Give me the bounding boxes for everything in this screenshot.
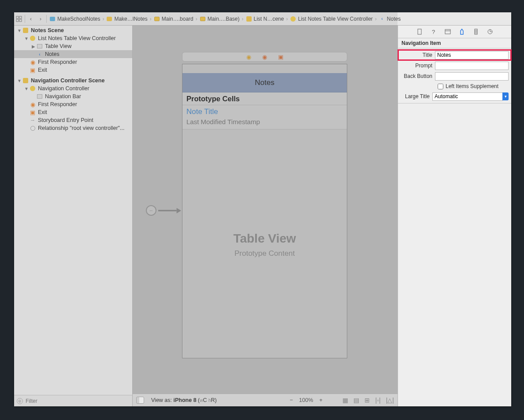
- crumb-storyboard[interactable]: Main….board: [152, 13, 195, 25]
- crumb-label: Main….Base): [208, 16, 240, 22]
- row-label: Navigation Bar: [45, 93, 81, 99]
- supplement-checkbox-row: Left Items Supplement: [398, 81, 511, 91]
- crumb-label: MakeSchoolNotes: [57, 16, 100, 22]
- inspector-section-header: Navigation Item: [398, 38, 511, 48]
- cell-title: Note Title: [186, 107, 343, 116]
- crumb-label: Make…lNotes: [114, 16, 147, 22]
- inspector-tabs: ?: [398, 26, 511, 38]
- exit-row[interactable]: ▣ Exit: [14, 108, 132, 116]
- inspector-body: Title Prompt Back Button Left Items Supp…: [398, 48, 511, 103]
- arrange-icon[interactable]: |△|: [386, 397, 394, 404]
- help-inspector-tab[interactable]: ?: [430, 28, 438, 36]
- zoom-in-button[interactable]: +: [320, 397, 323, 403]
- cell-timestamp: Last Modified Timestamp: [186, 118, 343, 125]
- row-label: Notes: [45, 51, 59, 57]
- first-responder-row[interactable]: ◉ First Responder: [14, 100, 132, 108]
- crumb-base[interactable]: Main….Base): [198, 13, 242, 25]
- related-items-icon[interactable]: [14, 14, 24, 24]
- identity-inspector-tab[interactable]: [444, 28, 452, 36]
- pin-icon[interactable]: ⊞: [364, 397, 370, 404]
- xcode-window: ‹ › MakeSchoolNotes › Make…lNotes › Main…: [14, 12, 511, 406]
- crumb-label: List Notes Table View Controller: [298, 16, 373, 22]
- exit-icon[interactable]: ▣: [278, 54, 284, 60]
- svg-rect-1: [19, 16, 22, 18]
- crumb-project[interactable]: MakeSchoolNotes: [48, 13, 102, 25]
- navbar-row[interactable]: Navigation Bar: [14, 92, 132, 100]
- zoom-level: 100%: [299, 397, 313, 403]
- attributes-inspector-tab[interactable]: [458, 28, 466, 36]
- svg-rect-6: [418, 29, 421, 34]
- filter-input[interactable]: [26, 398, 130, 404]
- first-responder-row[interactable]: ◉ First Responder: [14, 58, 132, 66]
- relationship-row[interactable]: Relationship "root view controller"...: [14, 124, 132, 132]
- title-field-row: Title: [398, 50, 511, 60]
- row-label: Table View: [45, 43, 71, 49]
- scene-row[interactable]: ▼ Notes Scene: [14, 26, 132, 34]
- first-responder-icon[interactable]: ◉: [262, 54, 268, 60]
- resolve-icon[interactable]: |◦|: [375, 397, 380, 404]
- vc-row[interactable]: ▼ List Notes Table View Controller: [14, 34, 132, 42]
- prompt-input[interactable]: [435, 62, 509, 70]
- large-title-label: Large Title: [401, 93, 432, 99]
- back-button-input[interactable]: [435, 72, 509, 81]
- prototype-cell[interactable]: Note Title Last Modified Timestamp: [182, 105, 347, 129]
- svg-rect-7: [445, 29, 450, 34]
- canvas[interactable]: ↔ ◉ ◉ ▣ Notes Prototype Cells Note Title…: [133, 26, 398, 406]
- row-label: Notes Scene: [31, 27, 64, 33]
- large-title-select[interactable]: [432, 92, 503, 101]
- separator: [25, 15, 25, 23]
- supplement-label: Left Items Supplement: [446, 83, 498, 89]
- scene-frame[interactable]: Notes Prototype Cells Note Title Last Mo…: [182, 64, 347, 358]
- canvas-bottom-bar: View as: iPhone 8 (wC hR) − 100% + ▦ ▤ ⊞…: [133, 394, 398, 406]
- prompt-label: Prompt: [401, 63, 435, 69]
- view-as-button[interactable]: View as: iPhone 8 (wC hR): [151, 397, 217, 403]
- inspector-panel: ? Navigation Item Title Prompt: [398, 26, 511, 406]
- nav-back-button[interactable]: ‹: [26, 14, 36, 24]
- outline-tree[interactable]: ▼ Notes Scene ▼ List Notes Table View Co…: [14, 26, 132, 395]
- zoom-out-button[interactable]: −: [290, 397, 293, 403]
- tableview-row[interactable]: ▶ Table View: [14, 42, 132, 50]
- svg-marker-5: [177, 208, 181, 213]
- navigation-bar[interactable]: Notes: [182, 73, 347, 92]
- path-bar: ‹ › MakeSchoolNotes › Make…lNotes › Main…: [14, 12, 511, 26]
- row-label: Navigation Controller: [38, 85, 89, 92]
- status-bar: [182, 64, 347, 73]
- crumb-label: Main….board: [162, 16, 193, 22]
- crumb-scene[interactable]: List N…cene: [244, 13, 286, 25]
- entry-point-row[interactable]: → Storyboard Entry Point: [14, 116, 132, 124]
- proto-header-label: Prototype Cells: [186, 95, 240, 103]
- toggle-outline-button[interactable]: [136, 397, 144, 404]
- nav-forward-button[interactable]: ›: [36, 14, 45, 24]
- connections-inspector-tab[interactable]: [486, 28, 494, 36]
- navcontroller-row[interactable]: ▼ Navigation Controller: [14, 85, 132, 92]
- exit-row[interactable]: ▣ Exit: [14, 66, 132, 74]
- vc-icon[interactable]: ◉: [246, 54, 252, 60]
- separator: [46, 15, 47, 23]
- file-inspector-tab[interactable]: [416, 28, 424, 36]
- nav-title: Notes: [255, 78, 274, 87]
- supplement-checkbox[interactable]: [438, 84, 443, 89]
- dropdown-arrow-icon[interactable]: ▾: [502, 92, 509, 100]
- scene-row[interactable]: ▼ Navigation Controller Scene: [14, 77, 132, 85]
- notes-row[interactable]: ‹ Notes: [14, 50, 132, 58]
- align-icon[interactable]: ▤: [353, 397, 359, 404]
- row-label: First Responder: [38, 101, 77, 107]
- title-label: Title: [401, 52, 435, 58]
- size-inspector-tab[interactable]: [472, 28, 480, 36]
- filter-icon[interactable]: ⊜: [17, 398, 23, 404]
- embed-icon[interactable]: ▦: [342, 397, 348, 404]
- zoom-controls: − 100% +: [290, 397, 323, 403]
- row-label: Relationship "root view controller"...: [38, 125, 124, 131]
- scene-title-bar[interactable]: ◉ ◉ ▣: [182, 52, 347, 62]
- crumb-label: List N…cene: [254, 16, 284, 22]
- large-title-field-row: Large Title ▾: [398, 91, 511, 102]
- tableview-watermark: Table View Prototype Content: [182, 232, 347, 258]
- watermark-title: Table View: [182, 232, 347, 246]
- title-input[interactable]: [435, 51, 509, 59]
- crumb-notes[interactable]: ‹ Notes: [377, 13, 402, 25]
- view-as-prefix: View as:: [151, 397, 174, 403]
- row-label: First Responder: [38, 59, 77, 65]
- crumb-folder[interactable]: Make…lNotes: [104, 13, 149, 25]
- crumb-vc[interactable]: List Notes Table View Controller: [288, 13, 375, 25]
- row-label: Exit: [38, 109, 47, 115]
